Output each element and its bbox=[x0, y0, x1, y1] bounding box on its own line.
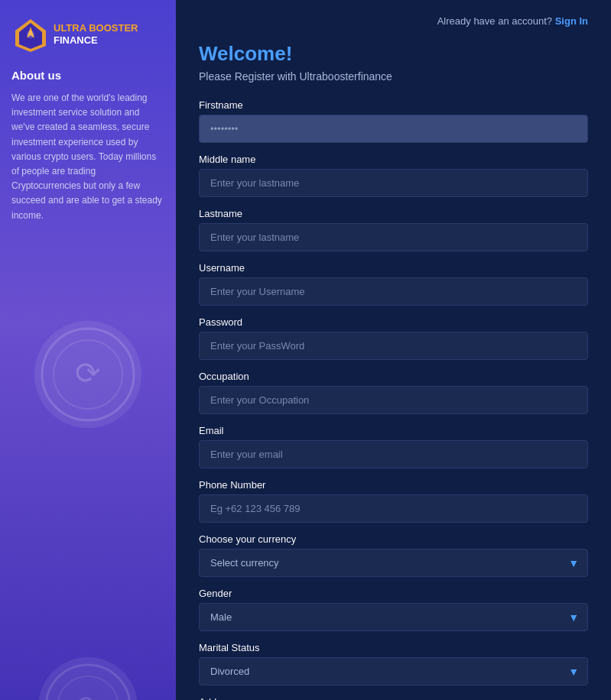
currency-group: Choose your currency Select currency USD… bbox=[199, 533, 588, 577]
occupation-group: Occupation bbox=[199, 371, 588, 414]
occupation-label: Occupation bbox=[199, 371, 588, 382]
gender-label: Gender bbox=[199, 588, 588, 599]
main-content: Already have an account? Sign In Welcome… bbox=[176, 0, 611, 700]
middlename-label: Middle name bbox=[199, 154, 588, 165]
sign-in-link[interactable]: Sign In bbox=[555, 15, 588, 27]
lastname-label: Lastname bbox=[199, 208, 588, 219]
address-label: Address bbox=[199, 696, 588, 700]
bg-decoration-1: ⟳ bbox=[34, 321, 141, 428]
gender-select[interactable]: Male Female Other bbox=[199, 603, 588, 631]
svg-point-3 bbox=[27, 31, 34, 38]
currency-label: Choose your currency bbox=[199, 533, 588, 545]
gender-select-wrapper: Male Female Other ▼ bbox=[199, 603, 588, 631]
marital-group: Marital Status Single Married Divorced W… bbox=[199, 642, 588, 685]
gender-group: Gender Male Female Other ▼ bbox=[199, 588, 588, 631]
occupation-input[interactable] bbox=[199, 386, 588, 414]
password-input[interactable] bbox=[199, 332, 588, 360]
already-account-text: Already have an account? bbox=[437, 15, 552, 27]
password-group: Password bbox=[199, 316, 588, 360]
address-group: Address bbox=[199, 696, 588, 700]
phone-label: Phone Number bbox=[199, 479, 588, 491]
marital-label: Marital Status bbox=[199, 642, 588, 653]
welcome-title: Welcome! bbox=[199, 42, 588, 66]
logo: ULTRA BOOSTER FINANCE bbox=[11, 15, 164, 53]
username-input[interactable] bbox=[199, 277, 588, 306]
lastname-input[interactable] bbox=[199, 223, 588, 251]
phone-input[interactable] bbox=[199, 494, 588, 523]
sidebar: ULTRA BOOSTER FINANCE About us We are on… bbox=[0, 0, 176, 700]
currency-select[interactable]: Select currency USD EUR GBP BTC ETH bbox=[199, 549, 588, 577]
lastname-group: Lastname bbox=[199, 208, 588, 251]
phone-group: Phone Number bbox=[199, 479, 588, 523]
email-group: Email bbox=[199, 425, 588, 468]
firstname-group: Firstname bbox=[199, 99, 588, 143]
svg-text:⟳: ⟳ bbox=[76, 690, 99, 700]
email-label: Email bbox=[199, 425, 588, 436]
header-row: Already have an account? Sign In bbox=[199, 15, 588, 27]
marital-select-wrapper: Single Married Divorced Widowed ▼ bbox=[199, 657, 588, 685]
firstname-label: Firstname bbox=[199, 99, 588, 111]
middlename-input[interactable] bbox=[199, 169, 588, 197]
username-label: Username bbox=[199, 262, 588, 274]
firstname-input[interactable] bbox=[199, 115, 588, 143]
logo-icon bbox=[11, 15, 50, 53]
marital-select[interactable]: Single Married Divorced Widowed bbox=[199, 657, 588, 685]
about-text: We are one of the world's leading invest… bbox=[11, 91, 164, 223]
welcome-subtitle: Please Register with Ultraboosterfinance bbox=[199, 70, 588, 83]
password-label: Password bbox=[199, 316, 588, 328]
logo-text: ULTRA BOOSTER FINANCE bbox=[54, 22, 138, 46]
username-group: Username bbox=[199, 262, 588, 306]
email-input[interactable] bbox=[199, 440, 588, 468]
bg-decoration-2: ⟳ bbox=[38, 657, 138, 700]
about-title: About us bbox=[11, 69, 164, 82]
middlename-group: Middle name bbox=[199, 154, 588, 197]
currency-select-wrapper: Select currency USD EUR GBP BTC ETH ▼ bbox=[199, 549, 588, 577]
svg-text:⟳: ⟳ bbox=[75, 356, 101, 390]
